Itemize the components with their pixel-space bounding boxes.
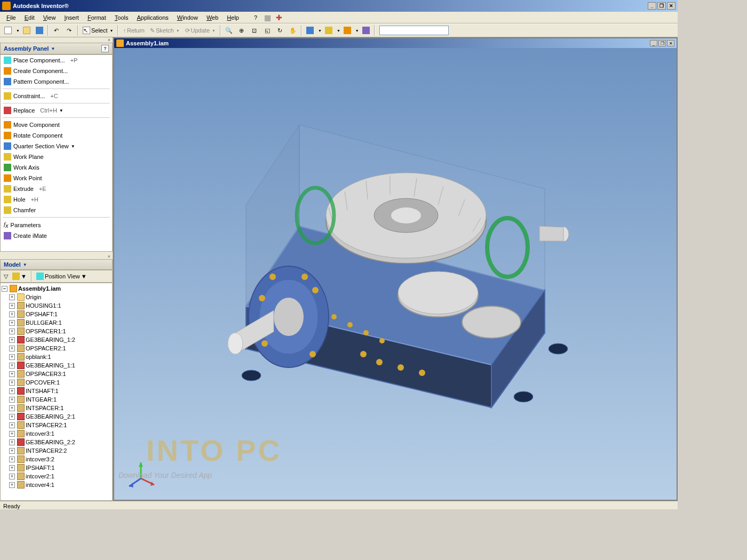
tree-item-intcover3-2[interactable]: +intcover3:2 bbox=[2, 455, 111, 463]
panel-item-hole[interactable]: Hole+H bbox=[1, 194, 112, 205]
shadow-button[interactable] bbox=[323, 25, 335, 36]
tree-item-intspacer-1[interactable]: +INTSPACER:1 bbox=[2, 404, 111, 412]
zoom-button[interactable]: 🔍 bbox=[223, 25, 235, 36]
analyze-button[interactable] bbox=[360, 25, 372, 36]
tree-item-housing1-1[interactable]: +HOUSING1:1 bbox=[2, 301, 111, 310]
tree-item-intcover3-1[interactable]: +intcover3:1 bbox=[2, 429, 111, 438]
viewport-titlebar: Assembly1.iam _ ❐ ✕ bbox=[114, 38, 677, 48]
panel-item-create-imate[interactable]: Create iMate bbox=[1, 230, 112, 241]
tree-item-ge3bearing-1-2[interactable]: +GE3BEARING_1:2 bbox=[2, 335, 111, 344]
vp-minimize-button[interactable]: _ bbox=[650, 40, 657, 46]
model-tree: −Assembly1.iam+Origin+HOUSING1:1+OPSHAFT… bbox=[0, 283, 113, 501]
tree-item-intgear-1[interactable]: +INTGEAR:1 bbox=[2, 395, 111, 404]
panel-item-move-component[interactable]: Move Component bbox=[1, 119, 112, 130]
panel-help-icon[interactable]: ? bbox=[101, 45, 109, 52]
rotate-button[interactable]: ↻ bbox=[274, 25, 286, 36]
panel-item-work-axis[interactable]: Work Axis bbox=[1, 162, 112, 173]
tree-item-ge3bearing-2-2[interactable]: +GE3BEARING_2:2 bbox=[2, 438, 111, 446]
persp-button[interactable] bbox=[341, 25, 353, 36]
sketch-tool[interactable]: ✎Sketch▼ bbox=[148, 27, 182, 34]
close-button[interactable]: ✕ bbox=[667, 2, 676, 10]
tree-item-intspacer2-2[interactable]: +INTSPACER2:2 bbox=[2, 446, 111, 455]
panel-item-work-point[interactable]: Work Point bbox=[1, 173, 112, 183]
save-button[interactable] bbox=[34, 25, 45, 36]
menu-file[interactable]: File bbox=[2, 13, 20, 22]
menu-tools[interactable]: Tools bbox=[110, 13, 133, 22]
panel-item-work-plane[interactable]: Work Plane bbox=[1, 151, 112, 162]
assembly-panel-header[interactable]: Assembly Panel▼ ? bbox=[0, 43, 113, 54]
app-title: Autodesk Inventor® bbox=[13, 3, 69, 9]
position-view-button[interactable]: Position View ▼ bbox=[35, 271, 88, 281]
panel-item-place-component-[interactable]: Place Component...+P bbox=[1, 55, 112, 66]
menu-window[interactable]: Window bbox=[173, 13, 202, 22]
tree-item-intshaft-1[interactable]: +INTSHAFT:1 bbox=[2, 387, 111, 395]
minimize-button[interactable]: _ bbox=[648, 2, 656, 10]
return-tool[interactable]: ↑Return bbox=[121, 27, 147, 34]
3d-viewport[interactable]: INTO PC Download Your Desired App bbox=[114, 48, 677, 500]
menu-help[interactable]: Help bbox=[222, 13, 243, 22]
panel-close-x[interactable]: × bbox=[0, 37, 113, 43]
undo-button[interactable]: ↶ bbox=[51, 25, 62, 36]
tree-item-opspacer2-1[interactable]: +OPSPACER2:1 bbox=[2, 344, 111, 353]
svg-point-25 bbox=[274, 298, 304, 336]
select-tool[interactable]: ↖Select▼ bbox=[81, 27, 116, 34]
menu-help-icon[interactable]: ? bbox=[250, 13, 261, 22]
plus-icon[interactable]: ✚ bbox=[273, 12, 285, 23]
menu-insert[interactable]: Insert bbox=[60, 13, 83, 22]
material-combo[interactable] bbox=[379, 26, 449, 35]
menu-web[interactable]: Web bbox=[202, 13, 222, 22]
svg-marker-49 bbox=[139, 462, 143, 467]
model-close-x[interactable]: × bbox=[0, 254, 113, 259]
menu-view[interactable]: View bbox=[39, 13, 60, 22]
tree-item-opcover-1[interactable]: +OPCOVER:1 bbox=[2, 378, 111, 387]
tree-item-intspacer2-1[interactable]: +INTSPACER2:1 bbox=[2, 421, 111, 429]
panel-item-replace[interactable]: ReplaceCtrl+H ▼ bbox=[1, 105, 112, 116]
vp-close-button[interactable]: ✕ bbox=[667, 40, 674, 46]
panel-item-parameters[interactable]: fx Parameters bbox=[1, 219, 112, 230]
svg-point-34 bbox=[360, 351, 367, 357]
panel-item-extrude[interactable]: Extrude+E bbox=[1, 183, 112, 194]
zoom-window-button[interactable]: ⊡ bbox=[249, 25, 260, 36]
filter2-button[interactable]: ▼ bbox=[11, 271, 28, 281]
update-tool[interactable]: ⟳Update▼ bbox=[183, 27, 218, 34]
svg-point-21 bbox=[398, 271, 478, 314]
restore-button[interactable]: ❐ bbox=[657, 2, 666, 10]
panel-item-pattern-component-[interactable]: Pattern Component... bbox=[1, 76, 112, 87]
tree-item-ipshaft-1[interactable]: +IPSHAFT:1 bbox=[2, 463, 111, 472]
tree-root[interactable]: −Assembly1.iam bbox=[2, 284, 111, 293]
svg-point-32 bbox=[261, 340, 268, 347]
tree-item-ge3bearing-2-1[interactable]: +GE3BEARING_2:1 bbox=[2, 412, 111, 421]
redo-button[interactable]: ↷ bbox=[63, 25, 75, 36]
menu-applications[interactable]: Applications bbox=[132, 13, 172, 22]
svg-point-31 bbox=[259, 295, 265, 301]
svg-point-30 bbox=[269, 274, 276, 280]
tree-item-opshaft-1[interactable]: +OPSHAFT:1 bbox=[2, 310, 111, 318]
model-panel-header[interactable]: Model▼ bbox=[0, 259, 113, 270]
tree-item-origin[interactable]: +Origin bbox=[2, 293, 111, 301]
panel-item-chamfer[interactable]: Chamfer bbox=[1, 205, 112, 215]
tree-item-intcover2-1[interactable]: +intcover2:1 bbox=[2, 472, 111, 481]
panel-item-create-component-[interactable]: Create Component... bbox=[1, 66, 112, 76]
svg-point-42 bbox=[242, 370, 261, 381]
tree-item-intcover4-1[interactable]: +intcover4:1 bbox=[2, 481, 111, 489]
pan-button[interactable]: ✋ bbox=[287, 25, 299, 36]
tree-item-ge3bearing-1-1[interactable]: +GE3BEARING_1:1 bbox=[2, 361, 111, 370]
tree-item-opspacer1-1[interactable]: +OPSPACER1:1 bbox=[2, 327, 111, 335]
open-button[interactable] bbox=[21, 25, 33, 36]
panel-item-rotate-component[interactable]: Rotate Component bbox=[1, 130, 112, 141]
tree-item-bullgear-1[interactable]: +BULLGEAR:1 bbox=[2, 318, 111, 327]
display-mode-button[interactable] bbox=[304, 25, 316, 36]
gearbox-model bbox=[209, 114, 582, 434]
zoom2-button[interactable]: ⊕ bbox=[236, 25, 248, 36]
vp-restore-button[interactable]: ❐ bbox=[658, 40, 666, 46]
tree-item-opblank-1[interactable]: +opblank:1 bbox=[2, 353, 111, 361]
panel-item-quarter-section-view[interactable]: Quarter Section View ▼ bbox=[1, 141, 112, 151]
menu-edit[interactable]: Edit bbox=[20, 13, 39, 22]
grid-icon[interactable]: ▦ bbox=[261, 12, 273, 23]
zoom-fit-button[interactable]: ◱ bbox=[261, 25, 273, 36]
tree-item-opspacer3-1[interactable]: +OPSPACER3:1 bbox=[2, 370, 111, 378]
new-button[interactable] bbox=[2, 25, 14, 36]
panel-item-constraint-[interactable]: Constraint...+C bbox=[1, 91, 112, 101]
filter-button[interactable]: ▽ bbox=[3, 272, 9, 281]
menu-format[interactable]: Format bbox=[83, 13, 110, 22]
